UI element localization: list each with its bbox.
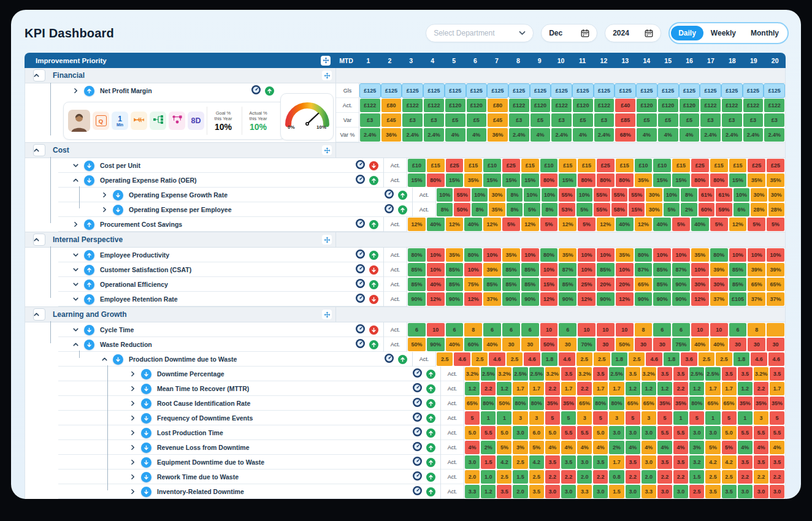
day-column-header[interactable]: 12 <box>593 57 615 64</box>
day-column-header[interactable]: 16 <box>679 57 700 64</box>
chevron-up-icon[interactable] <box>33 144 45 156</box>
chevron-down-icon[interactable] <box>73 267 79 273</box>
gauge-icon[interactable] <box>251 85 261 97</box>
chevron-down-icon[interactable] <box>73 162 79 169</box>
tab-monthly[interactable]: Monthly <box>743 26 786 40</box>
chevron-right-icon[interactable] <box>130 430 136 436</box>
kpi-row[interactable]: Root Cause Identification RateAct.65%80%… <box>25 396 785 411</box>
one-minute-icon[interactable]: 1Min <box>112 112 128 130</box>
move-icon[interactable] <box>322 145 332 155</box>
gauge-icon[interactable] <box>356 175 365 186</box>
chevron-right-icon[interactable] <box>130 371 136 377</box>
department-select[interactable]: Select Department <box>426 24 534 42</box>
day-column-header[interactable]: 5 <box>443 57 465 64</box>
day-column-header[interactable]: 18 <box>721 57 743 64</box>
day-column-header[interactable]: 17 <box>700 57 722 64</box>
chevron-up-icon[interactable] <box>73 177 79 183</box>
chevron-down-icon[interactable] <box>73 327 79 333</box>
chevron-right-icon[interactable] <box>73 221 79 227</box>
kpi-row[interactable]: Operational EfficiencyAct.85%40%85%75%85… <box>25 277 785 292</box>
kpi-row[interactable]: Production Downtime due to WasteAct.2.54… <box>25 352 785 367</box>
kpi-row[interactable]: Downtime PercentageAct.3.2%2.5%3.2%2.5%2… <box>25 367 785 381</box>
chevron-up-icon[interactable] <box>33 69 45 82</box>
gauge-icon[interactable] <box>356 160 365 172</box>
gauge-icon[interactable] <box>356 294 365 305</box>
kpi-row[interactable]: Lost Production TimeAct.5.05.55.03.06.05… <box>25 425 785 440</box>
gauge-icon[interactable] <box>356 339 365 351</box>
kpi-row[interactable]: Cycle TimeAct.61068666106101010866101068 <box>25 322 785 337</box>
kpi-row[interactable]: Employee Retention RateAct.90%12%90%12%3… <box>25 292 785 306</box>
year-picker[interactable]: 2024 <box>605 24 661 42</box>
chevron-up-icon[interactable] <box>33 308 45 321</box>
gauge-icon[interactable] <box>356 264 365 276</box>
kpi-row[interactable]: Rework Time due to WasteAct.2.01.02.51.5… <box>25 470 785 484</box>
chevron-right-icon[interactable] <box>102 192 107 198</box>
chevron-right-icon[interactable] <box>130 444 136 451</box>
kpi-row[interactable]: Employee ProductivityAct.80%10%35%80%10%… <box>25 248 785 262</box>
chevron-up-icon[interactable] <box>33 234 45 246</box>
chevron-right-icon[interactable] <box>130 386 136 392</box>
chevron-right-icon[interactable] <box>130 400 136 406</box>
day-column-header[interactable]: 2 <box>379 57 400 64</box>
chevron-up-icon[interactable] <box>73 341 79 348</box>
fishbone-icon[interactable] <box>131 112 147 130</box>
chevron-right-icon[interactable] <box>130 459 136 465</box>
gauge-icon[interactable] <box>413 486 422 498</box>
tree-diagram-icon[interactable] <box>150 112 166 130</box>
day-column-header[interactable]: 11 <box>572 57 593 64</box>
day-column-header[interactable]: 15 <box>657 57 679 64</box>
day-column-header[interactable]: 9 <box>529 57 550 64</box>
gauge-icon[interactable] <box>413 457 422 468</box>
move-icon[interactable] <box>322 310 332 319</box>
gauge-icon[interactable] <box>385 189 394 201</box>
kpi-row[interactable]: Waste ReductionAct.50%90%40%60%40%303050… <box>25 337 785 352</box>
day-column-header[interactable]: 13 <box>615 57 636 64</box>
move-icon[interactable] <box>321 56 331 66</box>
kpi-row[interactable]: Cost per UnitAct.£10£15£25£15£10£25£15£1… <box>25 158 785 173</box>
chevron-right-icon[interactable] <box>130 415 136 421</box>
day-column-header[interactable]: 7 <box>486 57 507 64</box>
day-column-header[interactable]: 3 <box>400 57 422 64</box>
gauge-icon[interactable] <box>413 427 422 439</box>
day-column-header[interactable]: 14 <box>636 57 657 64</box>
gauge-icon[interactable] <box>356 324 365 336</box>
kpi-row[interactable]: Inventory-Related DowntimeAct.3.31.23.52… <box>25 484 785 499</box>
kpi-row[interactable]: Frequency of Downtime EventsAct.51133553… <box>25 411 785 425</box>
kpi-row[interactable]: Operating Expense per EmployeeAct.8%50%8… <box>25 202 785 217</box>
move-icon[interactable] <box>322 70 332 80</box>
gauge-icon[interactable] <box>413 368 422 380</box>
chevron-down-icon[interactable] <box>73 252 79 258</box>
chevron-up-icon[interactable] <box>102 356 107 362</box>
gauge-icon[interactable] <box>385 204 394 216</box>
kpi-row[interactable]: Procurement Cost SavingsAct.12%40%12%40%… <box>25 217 785 232</box>
chevron-down-icon[interactable] <box>73 281 79 287</box>
process-flow-icon[interactable] <box>169 112 185 130</box>
tab-daily[interactable]: Daily <box>671 26 703 40</box>
move-icon[interactable] <box>322 235 332 245</box>
gauge-icon[interactable] <box>413 398 422 409</box>
gauge-icon[interactable] <box>356 219 365 230</box>
chevron-right-icon[interactable] <box>130 489 136 495</box>
day-column-header[interactable]: 20 <box>764 57 786 64</box>
kpi-row[interactable]: Equipment Downtime due to WasteAct.3.01.… <box>25 455 785 470</box>
quality-check-icon[interactable]: Q <box>93 112 109 130</box>
tab-weekly[interactable]: Weekly <box>703 26 743 40</box>
gauge-icon[interactable] <box>356 279 365 291</box>
day-column-header[interactable]: 1 <box>358 57 379 64</box>
kpi-row[interactable]: Customer Satisfaction (CSAT)Act.85%10%85… <box>25 262 785 277</box>
gauge-icon[interactable] <box>413 383 422 395</box>
day-column-header[interactable]: 19 <box>743 57 764 64</box>
gauge-icon[interactable] <box>413 471 422 483</box>
gauge-icon[interactable] <box>413 413 422 424</box>
chevron-right-icon[interactable] <box>73 88 79 94</box>
day-column-header[interactable]: 4 <box>422 57 443 64</box>
day-column-header[interactable]: 8 <box>507 57 529 64</box>
kpi-row[interactable]: Operating Expense Ratio (OER)Act.15%80%1… <box>25 173 785 188</box>
gauge-icon[interactable] <box>413 442 422 454</box>
month-picker[interactable]: Dec <box>541 24 597 42</box>
kpi-row[interactable]: Revenue Loss from DowntimeAct.4%2%5%3%5%… <box>25 440 785 455</box>
kpi-row[interactable]: Operating Expense Growth RateAct.10%55%1… <box>25 188 785 202</box>
mtd-column-header[interactable]: MTD <box>335 57 358 64</box>
chevron-down-icon[interactable] <box>73 296 79 302</box>
gauge-icon[interactable] <box>385 354 394 365</box>
